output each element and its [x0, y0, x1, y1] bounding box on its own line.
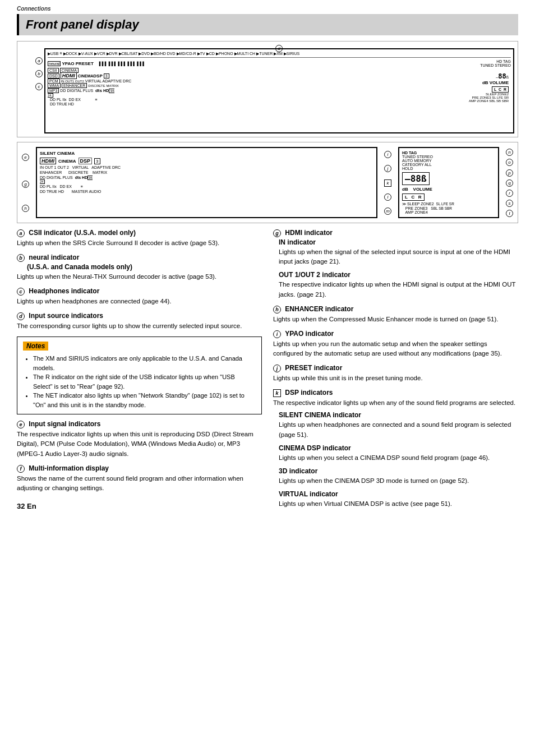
enlarged-side-box: HD TAG TUNED STEREO AUTO MEMORY CATEGORY…: [398, 147, 499, 218]
indicator-g-out: OUT 1/OUT 2 indicator The respective ind…: [279, 271, 518, 299]
indicator-d: d Input source indicators The correspond…: [17, 312, 262, 331]
indicator-c-desc: Lights up when headphones are connected …: [17, 297, 262, 306]
indicator-i: i YPAO indicator Lights up when you run …: [273, 330, 518, 358]
indicator-g-in: IN indicator Lights up when the signal o…: [279, 238, 518, 267]
indicator-k-silent-cinema-desc: Lights up when headphones are connected …: [279, 420, 518, 440]
label-m: m: [384, 208, 391, 215]
indicator-f-title: f Multi-information display: [17, 464, 262, 473]
label-q: q: [506, 179, 513, 187]
indicator-a: a CSII indicator (U.S.A. model only) Lig…: [17, 229, 262, 248]
notes-title: Notes: [23, 342, 48, 351]
content-area: a CSII indicator (U.S.A. model only) Lig…: [17, 229, 518, 515]
indicator-b-desc: Lights up when the Neural-THX Surround d…: [17, 272, 262, 282]
label-s: s: [506, 200, 513, 207]
indicator-b-subtitle: (U.S.A. and Canada models only): [27, 263, 262, 271]
indicator-a-desc: Lights up when the SRS Circle Surround I…: [17, 238, 262, 248]
indicator-b: b neural indicator (U.S.A. and Canada mo…: [17, 253, 262, 282]
indicator-d-title: d Input source indicators: [17, 312, 262, 320]
tag-e: e: [17, 421, 25, 428]
tag-d: d: [17, 312, 25, 320]
note-1: The XM and SIRIUS indicators are only ap…: [33, 354, 256, 372]
tag-j: j: [273, 365, 281, 372]
label-a: a: [35, 57, 43, 64]
tag-b: b: [17, 254, 25, 262]
indicator-g-in-title: IN indicator: [279, 238, 518, 246]
tag-h: h: [273, 306, 281, 314]
indicator-d-desc: The corresponding cursor lights up to sh…: [17, 321, 262, 331]
indicator-e-title: e Input signal indicators: [17, 420, 262, 428]
page-number: 32 En: [17, 502, 262, 510]
indicator-j-desc: Lights up while this unit is in the pres…: [273, 374, 518, 383]
enlarged-diagram: e g h SILENT CINEMA HDMI CINEMA DSP 3 IN…: [17, 142, 518, 223]
notes-list: The XM and SIRIUS indicators are only ap…: [23, 354, 256, 409]
indicator-f-desc: Shows the name of the current sound fiel…: [17, 474, 262, 494]
page: Connections Front panel display a b c ▶U…: [0, 0, 535, 756]
main-diagram: a b c ▶USBR ▶DOCK▶V-AUX▶VCR▶DVR▶CBL/SAT …: [17, 41, 518, 137]
indicator-h-title: h ENHANCER indicator: [273, 305, 518, 314]
tag-k: k: [273, 389, 281, 397]
enlarged-main-box: SILENT CINEMA HDMI CINEMA DSP 3 IN OUT 1…: [36, 147, 377, 218]
indicator-j: j PRESET indicator Lights up while this …: [273, 364, 518, 383]
label-t: t: [506, 210, 513, 217]
label-c: c: [35, 83, 43, 90]
indicator-e-desc: The respective indicator lights up when …: [17, 430, 262, 459]
indicator-a-title: a CSII indicator (U.S.A. model only): [17, 229, 262, 237]
indicator-k-virtual: VIRTUAL indicator Lights up when Virtual…: [279, 490, 518, 509]
indicator-f: f Multi-information display Shows the na…: [17, 464, 262, 493]
notes-box: Notes The XM and SIRIUS indicators are o…: [17, 336, 262, 414]
indicator-k-3d: 3D indicator Lights up when the CINEMA D…: [279, 467, 518, 486]
indicator-c-title: c Headphones indicator: [17, 287, 262, 296]
indicator-k-desc: The respective indicator lights up when …: [273, 398, 518, 408]
indicator-h-desc: Lights up when the Compressed Music Enha…: [273, 315, 518, 324]
label-n: n: [506, 149, 513, 156]
enlarged-left-labels: e g h: [22, 147, 31, 218]
indicator-g-out-title: OUT 1/OUT 2 indicator: [279, 271, 518, 279]
enlarged-far-right-labels: n o p q r s t: [504, 147, 513, 218]
label-h: h: [22, 205, 29, 212]
label-r: r: [506, 190, 513, 197]
diag-row-2: CSII CINEMA DSD HDMI CINEMADSP 3 PCM IN …: [48, 68, 511, 106]
diagram-left-labels: a b c: [17, 42, 44, 137]
indicator-b-title: b neural indicator: [17, 253, 262, 262]
indicator-g-sub: IN indicator Lights up when the signal o…: [279, 238, 518, 299]
diag-row-1: neural YPAO PRESET ▌▌▌▌▌▌▌▌▌▌▌▌▌▌▌ HD TA…: [48, 59, 511, 67]
tag-i: i: [273, 330, 281, 338]
label-d: d: [275, 45, 283, 52]
label-j: j: [384, 165, 391, 172]
indicator-k-cinema-dsp: CINEMA DSP indicator Lights up when you …: [279, 444, 518, 463]
enlarged-right-labels: i j k l m: [382, 147, 394, 218]
label-o: o: [506, 159, 513, 166]
indicator-k-3d-desc: Lights up when the CINEMA DSP 3D mode is…: [279, 476, 518, 486]
indicator-k-3d-title: 3D indicator: [279, 467, 518, 475]
label-p: p: [506, 169, 513, 177]
left-column: a CSII indicator (U.S.A. model only) Lig…: [17, 229, 262, 515]
tag-g: g: [273, 229, 281, 237]
label-g: g: [22, 181, 29, 188]
label-e: e: [22, 154, 29, 161]
label-i: i: [384, 151, 391, 158]
indicator-k-virtual-desc: Lights up when Virtual CINEMA DSP is act…: [279, 499, 518, 509]
indicator-k-cinema-dsp-title: CINEMA DSP indicator: [279, 444, 518, 452]
label-b: b: [35, 70, 43, 77]
main-display-box: ▶USBR ▶DOCK▶V-AUX▶VCR▶DVR▶CBL/SAT ▶DVD▶B…: [44, 48, 514, 133]
indicator-g: g HDMI indicator IN indicator Lights up …: [273, 229, 518, 299]
label-d-pos: d: [275, 45, 283, 52]
indicator-k-cinema-dsp-desc: Lights up when you select a CINEMA DSP s…: [279, 453, 518, 463]
section-label: Connections: [17, 6, 518, 12]
indicator-k-silent-cinema-title: SILENT CINEMA indicator: [279, 411, 518, 419]
indicator-k: k DSP indicators The respective indicato…: [273, 389, 518, 509]
indicator-e: e Input signal indicators The respective…: [17, 420, 262, 459]
input-source-row: ▶USBR ▶DOCK▶V-AUX▶VCR▶DVR▶CBL/SAT ▶DVD▶B…: [48, 52, 511, 58]
indicator-c: c Headphones indicator Lights up when he…: [17, 287, 262, 306]
indicator-k-sub: SILENT CINEMA indicator Lights up when h…: [279, 411, 518, 509]
indicator-i-desc: Lights up when you run the automatic set…: [273, 339, 518, 359]
right-column: g HDMI indicator IN indicator Lights up …: [273, 229, 518, 515]
note-3: The NET indicator also lights up when "N…: [33, 391, 256, 409]
tag-f: f: [17, 465, 25, 473]
indicator-g-out-desc: The respective indicator lights up when …: [279, 280, 518, 299]
indicator-h: h ENHANCER indicator Lights up when the …: [273, 305, 518, 324]
indicator-k-title: k DSP indicators: [273, 389, 518, 397]
tag-c: c: [17, 288, 25, 296]
note-2: The R indicator on the right side of the…: [33, 372, 256, 391]
indicator-k-silent-cinema: SILENT CINEMA indicator Lights up when h…: [279, 411, 518, 440]
